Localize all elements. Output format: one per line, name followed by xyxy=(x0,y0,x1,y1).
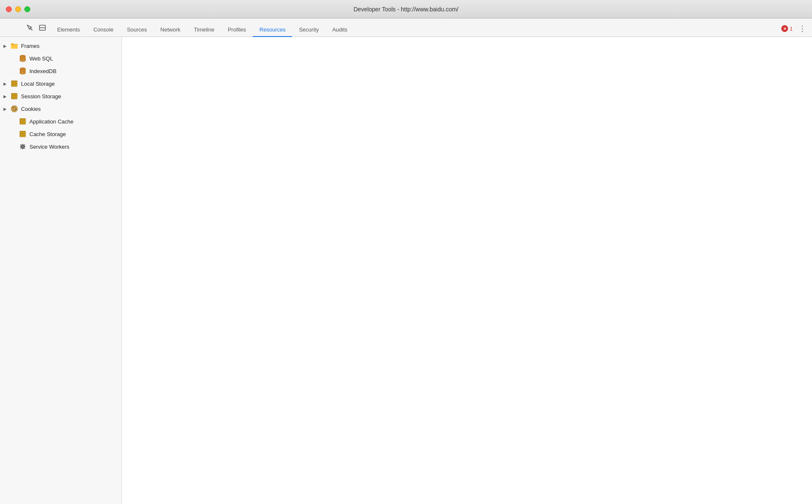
svg-point-32 xyxy=(14,110,15,111)
sidebar-item-web-sql[interactable]: ▶ Web SQL xyxy=(0,52,121,65)
arrow-icon-4: ▶ xyxy=(3,107,9,111)
tab-sources[interactable]: Sources xyxy=(120,23,154,37)
arrow-icon-2: ▶ xyxy=(3,81,9,86)
database-icon xyxy=(18,54,27,63)
tab-network[interactable]: Network xyxy=(154,23,187,37)
gear-icon xyxy=(18,142,27,151)
dock-icon[interactable] xyxy=(38,23,47,32)
indexeddb-label: IndexedDB xyxy=(29,68,56,74)
svg-point-12 xyxy=(20,72,26,74)
service-workers-label: Service Workers xyxy=(29,144,69,150)
toolbar-icons xyxy=(25,23,47,37)
local-storage-label: Local Storage xyxy=(21,81,55,87)
svg-point-27 xyxy=(11,105,18,112)
tab-bar-right: ✕ 1 ⋮ xyxy=(781,24,812,37)
tab-timeline[interactable]: Timeline xyxy=(187,23,221,37)
svg-point-30 xyxy=(16,109,17,110)
app-cache-label: Application Cache xyxy=(29,118,74,125)
svg-point-28 xyxy=(13,107,14,108)
devtools-window: Developer Tools - http://www.baidu.com/ … xyxy=(0,0,812,504)
cache-storage-label: Cache Storage xyxy=(29,131,66,137)
grid-icon-app-cache xyxy=(18,117,27,126)
sidebar-item-indexeddb[interactable]: ▶ IndexedDB xyxy=(0,65,121,77)
traffic-lights xyxy=(6,6,30,12)
tab-audits[interactable]: Audits xyxy=(325,23,354,37)
error-badge[interactable]: ✕ 1 xyxy=(781,25,793,32)
inspect-icon[interactable] xyxy=(25,23,34,32)
main-content: ▶ Frames ▶ xyxy=(0,37,812,504)
tab-elements[interactable]: Elements xyxy=(50,23,87,37)
maximize-button[interactable] xyxy=(24,6,30,12)
svg-point-29 xyxy=(15,107,16,108)
grid-icon-session xyxy=(10,92,18,100)
content-panel xyxy=(122,37,812,504)
sidebar-item-cookies[interactable]: ▶ Cookies xyxy=(0,102,121,115)
session-storage-label: Session Storage xyxy=(21,93,61,100)
frames-label: Frames xyxy=(21,43,40,49)
tab-profiles[interactable]: Profiles xyxy=(221,23,253,37)
error-count: 1 xyxy=(790,26,793,32)
sidebar-item-frames[interactable]: ▶ Frames xyxy=(0,39,121,52)
sidebar-item-service-workers[interactable]: ▶ Service Workers xyxy=(0,140,121,153)
svg-point-49 xyxy=(22,146,24,147)
arrow-icon: ▶ xyxy=(3,44,9,48)
sidebar-item-app-cache[interactable]: ▶ Application Cache xyxy=(0,115,121,128)
minimize-button[interactable] xyxy=(15,6,21,12)
sidebar-item-local-storage[interactable]: ▶ Local Storage xyxy=(0,77,121,90)
grid-icon-local xyxy=(10,79,18,88)
cookie-icon xyxy=(10,105,18,113)
more-button[interactable]: ⋮ xyxy=(797,24,808,33)
title-bar: Developer Tools - http://www.baidu.com/ xyxy=(0,0,812,18)
svg-point-31 xyxy=(13,110,14,110)
arrow-icon-3: ▶ xyxy=(3,94,9,99)
error-icon: ✕ xyxy=(781,25,788,32)
database-icon-2 xyxy=(18,67,27,75)
svg-line-0 xyxy=(30,28,32,30)
grid-icon-cache xyxy=(18,130,27,138)
sidebar-item-session-storage[interactable]: ▶ Session Storage xyxy=(0,90,121,102)
folder-icon xyxy=(10,42,18,50)
tab-bar: Elements Console Sources Network Timelin… xyxy=(0,18,812,37)
tab-console[interactable]: Console xyxy=(87,23,120,37)
sidebar-item-cache-storage[interactable]: ▶ Cache Storage xyxy=(0,128,121,140)
svg-point-7 xyxy=(20,59,26,62)
cookies-label: Cookies xyxy=(21,106,41,112)
window-title: Developer Tools - http://www.baidu.com/ xyxy=(353,6,459,13)
close-button[interactable] xyxy=(6,6,12,12)
tab-security[interactable]: Security xyxy=(292,23,325,37)
web-sql-label: Web SQL xyxy=(29,55,53,62)
sidebar: ▶ Frames ▶ xyxy=(0,37,122,504)
tab-resources[interactable]: Resources xyxy=(253,23,292,37)
